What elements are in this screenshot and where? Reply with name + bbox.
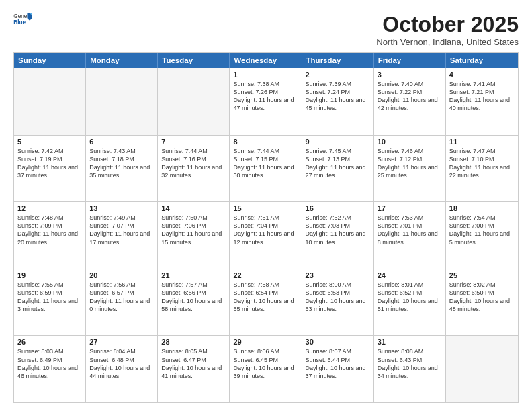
calendar-cell — [446, 336, 518, 402]
cell-info: Sunrise: 7:55 AMSunset: 6:59 PMDaylight:… — [17, 281, 82, 314]
cell-day-number: 21 — [161, 271, 226, 279]
calendar-cell: 19Sunrise: 7:55 AMSunset: 6:59 PMDayligh… — [14, 269, 86, 336]
cell-day-number: 26 — [17, 338, 82, 346]
svg-text:Blue: Blue — [13, 19, 26, 26]
calendar-cell: 17Sunrise: 7:53 AMSunset: 7:01 PMDayligh… — [374, 202, 446, 269]
cell-day-number: 31 — [378, 338, 442, 346]
cell-info: Sunrise: 8:05 AMSunset: 6:47 PMDaylight:… — [161, 347, 226, 380]
cell-info: Sunrise: 7:46 AMSunset: 7:12 PMDaylight:… — [378, 147, 442, 180]
cell-info: Sunrise: 7:43 AMSunset: 7:18 PMDaylight:… — [89, 147, 154, 180]
month-title: October 2025 — [376, 12, 519, 37]
calendar-cell: 25Sunrise: 8:02 AMSunset: 6:50 PMDayligh… — [446, 269, 518, 336]
day-header-wednesday: Wednesday — [230, 53, 302, 68]
cell-info: Sunrise: 7:44 AMSunset: 7:15 PMDaylight:… — [233, 147, 298, 180]
cell-info: Sunrise: 8:03 AMSunset: 6:49 PMDaylight:… — [17, 347, 82, 380]
calendar-cell — [158, 68, 230, 135]
calendar-cell: 14Sunrise: 7:50 AMSunset: 7:06 PMDayligh… — [158, 202, 230, 269]
cell-day-number: 14 — [161, 204, 226, 212]
calendar-cell: 1Sunrise: 7:38 AMSunset: 7:26 PMDaylight… — [230, 68, 302, 135]
cell-day-number: 23 — [306, 271, 370, 279]
cell-day-number: 1 — [233, 71, 298, 79]
cell-day-number: 7 — [161, 138, 226, 146]
day-header-thursday: Thursday — [302, 53, 374, 68]
calendar-cell: 7Sunrise: 7:44 AMSunset: 7:16 PMDaylight… — [158, 136, 230, 202]
calendar-cell: 3Sunrise: 7:40 AMSunset: 7:22 PMDaylight… — [374, 68, 446, 135]
calendar-cell: 5Sunrise: 7:42 AMSunset: 7:19 PMDaylight… — [14, 136, 86, 202]
header: General Blue October 2025 North Vernon, … — [13, 12, 519, 47]
calendar-cell: 2Sunrise: 7:39 AMSunset: 7:24 PMDaylight… — [302, 68, 374, 135]
cell-info: Sunrise: 7:38 AMSunset: 7:26 PMDaylight:… — [233, 80, 298, 113]
calendar-cell: 16Sunrise: 7:52 AMSunset: 7:03 PMDayligh… — [302, 202, 374, 269]
calendar-cell: 6Sunrise: 7:43 AMSunset: 7:18 PMDaylight… — [86, 136, 158, 202]
cell-day-number: 5 — [17, 138, 82, 146]
cell-info: Sunrise: 8:02 AMSunset: 6:50 PMDaylight:… — [449, 281, 515, 314]
cell-day-number: 10 — [378, 138, 442, 146]
cell-info: Sunrise: 7:39 AMSunset: 7:24 PMDaylight:… — [306, 80, 370, 113]
cell-info: Sunrise: 7:44 AMSunset: 7:16 PMDaylight:… — [161, 147, 226, 180]
day-header-monday: Monday — [86, 53, 158, 68]
cell-day-number: 30 — [306, 338, 370, 346]
calendar-cell: 15Sunrise: 7:51 AMSunset: 7:04 PMDayligh… — [230, 202, 302, 269]
cell-info: Sunrise: 7:41 AMSunset: 7:21 PMDaylight:… — [449, 80, 515, 113]
calendar-cell: 11Sunrise: 7:47 AMSunset: 7:10 PMDayligh… — [446, 136, 518, 202]
cell-info: Sunrise: 8:04 AMSunset: 6:48 PMDaylight:… — [89, 347, 154, 380]
cell-day-number: 4 — [449, 71, 515, 79]
cell-day-number: 8 — [233, 138, 298, 146]
calendar-cell: 4Sunrise: 7:41 AMSunset: 7:21 PMDaylight… — [446, 68, 518, 135]
day-header-tuesday: Tuesday — [158, 53, 230, 68]
calendar-cell: 31Sunrise: 8:08 AMSunset: 6:43 PMDayligh… — [374, 336, 446, 402]
cell-day-number: 15 — [233, 204, 298, 212]
cell-info: Sunrise: 7:48 AMSunset: 7:09 PMDaylight:… — [17, 214, 82, 246]
calendar-week-0: 1Sunrise: 7:38 AMSunset: 7:26 PMDaylight… — [14, 68, 518, 135]
calendar-cell: 10Sunrise: 7:46 AMSunset: 7:12 PMDayligh… — [374, 136, 446, 202]
calendar-cell: 23Sunrise: 8:00 AMSunset: 6:53 PMDayligh… — [302, 269, 374, 336]
cell-day-number: 25 — [449, 271, 515, 279]
calendar-week-2: 12Sunrise: 7:48 AMSunset: 7:09 PMDayligh… — [14, 201, 518, 269]
cell-info: Sunrise: 7:52 AMSunset: 7:03 PMDaylight:… — [306, 214, 370, 246]
calendar-cell: 9Sunrise: 7:45 AMSunset: 7:13 PMDaylight… — [302, 136, 374, 202]
calendar-cell: 26Sunrise: 8:03 AMSunset: 6:49 PMDayligh… — [14, 336, 86, 402]
calendar-cell — [86, 68, 158, 135]
calendar-cell: 27Sunrise: 8:04 AMSunset: 6:48 PMDayligh… — [86, 336, 158, 402]
calendar-cell — [14, 68, 86, 135]
calendar-week-1: 5Sunrise: 7:42 AMSunset: 7:19 PMDaylight… — [14, 135, 518, 202]
cell-day-number: 17 — [378, 204, 442, 212]
calendar: SundayMondayTuesdayWednesdayThursdayFrid… — [13, 52, 519, 403]
cell-day-number: 27 — [89, 338, 154, 346]
calendar-cell: 29Sunrise: 8:06 AMSunset: 6:45 PMDayligh… — [230, 336, 302, 402]
cell-day-number: 11 — [449, 138, 515, 146]
cell-info: Sunrise: 7:50 AMSunset: 7:06 PMDaylight:… — [161, 214, 226, 246]
calendar-header: SundayMondayTuesdayWednesdayThursdayFrid… — [14, 53, 518, 68]
cell-day-number: 29 — [233, 338, 298, 346]
cell-info: Sunrise: 7:56 AMSunset: 6:57 PMDaylight:… — [89, 281, 154, 314]
calendar-cell: 30Sunrise: 8:07 AMSunset: 6:44 PMDayligh… — [302, 336, 374, 402]
cell-info: Sunrise: 7:49 AMSunset: 7:07 PMDaylight:… — [89, 214, 154, 246]
cell-info: Sunrise: 7:40 AMSunset: 7:22 PMDaylight:… — [378, 80, 442, 113]
cell-day-number: 2 — [306, 71, 370, 79]
cell-info: Sunrise: 8:06 AMSunset: 6:45 PMDaylight:… — [233, 347, 298, 380]
cell-info: Sunrise: 8:00 AMSunset: 6:53 PMDaylight:… — [306, 281, 370, 314]
cell-info: Sunrise: 7:57 AMSunset: 6:56 PMDaylight:… — [161, 281, 226, 314]
calendar-week-3: 19Sunrise: 7:55 AMSunset: 6:59 PMDayligh… — [14, 269, 518, 336]
title-block: October 2025 North Vernon, Indiana, Unit… — [376, 12, 519, 47]
cell-day-number: 20 — [89, 271, 154, 279]
cell-info: Sunrise: 8:01 AMSunset: 6:52 PMDaylight:… — [378, 281, 442, 314]
day-header-friday: Friday — [374, 53, 446, 68]
cell-day-number: 13 — [89, 204, 154, 212]
calendar-body: 1Sunrise: 7:38 AMSunset: 7:26 PMDaylight… — [14, 68, 518, 402]
calendar-cell: 18Sunrise: 7:54 AMSunset: 7:00 PMDayligh… — [446, 202, 518, 269]
cell-info: Sunrise: 7:42 AMSunset: 7:19 PMDaylight:… — [17, 147, 82, 180]
cell-day-number: 9 — [306, 138, 370, 146]
logo: General Blue — [13, 12, 32, 27]
calendar-cell: 20Sunrise: 7:56 AMSunset: 6:57 PMDayligh… — [86, 269, 158, 336]
cell-info: Sunrise: 7:58 AMSunset: 6:54 PMDaylight:… — [233, 281, 298, 314]
cell-day-number: 3 — [378, 71, 442, 79]
cell-day-number: 24 — [378, 271, 442, 279]
calendar-cell: 22Sunrise: 7:58 AMSunset: 6:54 PMDayligh… — [230, 269, 302, 336]
cell-day-number: 6 — [89, 138, 154, 146]
calendar-cell: 24Sunrise: 8:01 AMSunset: 6:52 PMDayligh… — [374, 269, 446, 336]
cell-day-number: 28 — [161, 338, 226, 346]
cell-day-number: 12 — [17, 204, 82, 212]
calendar-week-4: 26Sunrise: 8:03 AMSunset: 6:49 PMDayligh… — [14, 335, 518, 402]
calendar-cell: 21Sunrise: 7:57 AMSunset: 6:56 PMDayligh… — [158, 269, 230, 336]
